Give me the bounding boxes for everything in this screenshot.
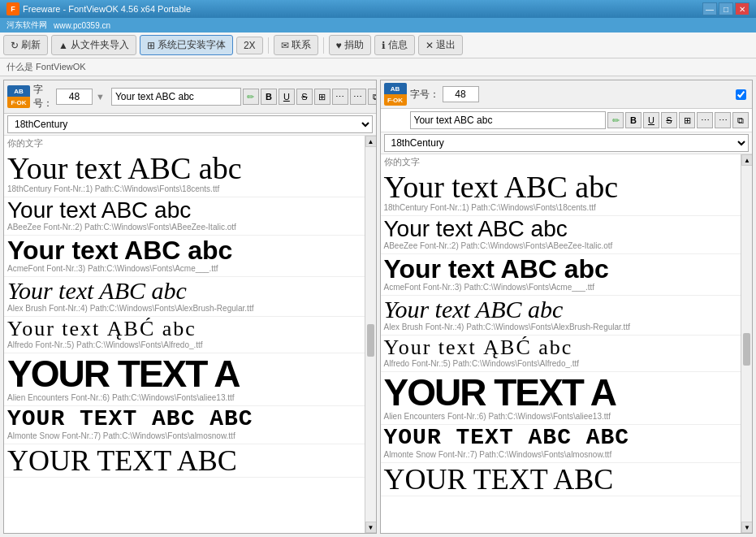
info-label: 信息 <box>388 38 408 52</box>
left-font-select-row: 18thCentury <box>4 114 376 136</box>
donate-button[interactable]: ♥ 捐助 <box>329 35 371 55</box>
left-more2-button[interactable]: ⋯ <box>350 89 366 105</box>
right-scroll-down[interactable]: ▼ <box>741 522 752 533</box>
app-title-icon: F <box>6 2 19 15</box>
right-pencil-button[interactable]: ✏ <box>607 112 624 128</box>
right-font-item-3: Your text ABC abc AcmeFont Font-Nr.:3) P… <box>381 254 741 296</box>
left-your-text-label: 你的文字 <box>4 136 365 151</box>
left-scrollbar-area: 你的文字 Your text ABC abc 18thCentury Font-… <box>4 136 376 533</box>
contact-icon: ✉ <box>281 40 289 51</box>
left-font-sample-8: YOUR TEXT ABC <box>7 446 361 475</box>
left-scroll-down[interactable]: ▼ <box>365 522 376 533</box>
right-grid-button[interactable]: ⊞ <box>679 112 695 128</box>
system-fonts-button[interactable]: ⊞ 系统已安装字体 <box>140 35 233 55</box>
left-size-label: 字号： <box>33 83 53 110</box>
right-font-item-6: YOUR TEXT A Alien Encounters Font-Nr.:6)… <box>381 372 741 425</box>
right-font-select[interactable]: 18thCentury <box>384 134 750 152</box>
left-scroll-up[interactable]: ▲ <box>365 136 376 147</box>
donate-icon: ♥ <box>336 40 342 51</box>
left-copy-button[interactable]: ⧉ <box>368 89 377 105</box>
left-size-dropdown[interactable]: ▼ <box>96 92 105 102</box>
toolbar-divider-1 <box>268 37 269 54</box>
refresh-button[interactable]: ↻ 刷新 <box>3 35 48 55</box>
left-font-sample-5: Your text ĄBĆ abc <box>7 318 361 340</box>
right-font-item-1: Your text ABC abc 18thCentury Font-Nr.:1… <box>381 170 741 216</box>
right-font-info-7: Almonte Snow Font-Nr.:7) Path:C:\Windows… <box>384 449 738 461</box>
left-font-select[interactable]: 18thCentury <box>7 115 373 133</box>
right-app-icon: AB F·OK <box>384 83 407 106</box>
right-sync-area <box>736 89 749 100</box>
left-font-item-7: YOUR TEXT ABC ABC Almonte Snow Font-Nr.:… <box>4 406 365 444</box>
exit-button[interactable]: ✕ 退出 <box>418 35 463 55</box>
2x-button[interactable]: 2X <box>236 37 263 54</box>
contact-label: 联系 <box>292 38 311 52</box>
import-icon: ▲ <box>58 40 68 51</box>
left-font-item-5: Your text ĄBĆ abc Alfredo Font-Nr.:5) Pa… <box>4 317 365 353</box>
right-scrollbar-area: 你的文字 Your text ABC abc 18thCentury Font-… <box>381 154 753 533</box>
left-underline-button[interactable]: U <box>279 89 295 105</box>
toolbar-divider-2 <box>323 37 324 54</box>
left-font-item-3: Your text ABC abc AcmeFont Font-Nr.:3) P… <box>4 236 365 277</box>
right-underline-button[interactable]: U <box>643 112 659 128</box>
left-strikethrough-button[interactable]: S <box>296 89 313 105</box>
right-font-sample-2: Your text ABC abc <box>384 218 738 240</box>
left-bold-button[interactable]: B <box>261 89 277 105</box>
left-size-input[interactable] <box>56 89 93 105</box>
left-font-info-2: ABeeZee Font-Nr.:2) Path:C:\Windows\Font… <box>7 222 361 233</box>
right-strikethrough-button[interactable]: S <box>661 112 677 128</box>
right-font-item-5: Your text ĄBĆ abc Alfredo Font-Nr.:5) Pa… <box>381 336 741 372</box>
left-font-info-3: AcmeFont Font-Nr.:3) Path:C:\Windows\Fon… <box>7 263 361 275</box>
import-label: 从文件夹导入 <box>71 38 129 52</box>
left-font-item-8: YOUR TEXT ABC <box>4 444 365 478</box>
right-font-item-8: YOUR TEXT ABC <box>381 463 741 496</box>
contact-button[interactable]: ✉ 联系 <box>274 35 318 55</box>
left-font-info-7: Almonte Snow Font-Nr.:7) Path:C:\Windows… <box>7 431 361 442</box>
right-scrollbar[interactable]: ▲ ▼ <box>741 154 752 533</box>
maximize-button[interactable]: □ <box>719 2 733 15</box>
left-font-sample-3: Your text ABC abc <box>7 237 361 263</box>
right-font-sample-1: Your text ABC abc <box>384 171 738 202</box>
minimize-button[interactable]: — <box>702 2 717 15</box>
title-bar: F Freeware - FontViewOK 4.56 x64 Portabl… <box>0 0 756 18</box>
left-text-input[interactable] <box>111 88 241 106</box>
right-scroll-thumb[interactable] <box>743 333 750 366</box>
2x-label: 2X <box>244 40 256 51</box>
info-button[interactable]: ℹ 信息 <box>374 35 415 55</box>
left-scroll-thumb[interactable] <box>367 324 374 357</box>
right-text-row: ✏ B U S ⊞ ⋯ ⋯ ⧉ <box>381 109 753 132</box>
left-font-sample-2: Your text ABC abc <box>7 199 361 222</box>
main-content: AB F·OK 字号： ▼ ✏ B U S ⊞ ⋯ ⋯ ⧉ 18thCentur… <box>0 76 756 537</box>
info-bar-text: 什么是 FontViewOK <box>6 61 86 73</box>
left-more1-button[interactable]: ⋯ <box>332 89 348 105</box>
left-font-item-1: Your text ABC abc 18thCentury Font-Nr.:1… <box>4 151 365 197</box>
info-bar: 什么是 FontViewOK <box>0 58 756 76</box>
right-text-input[interactable] <box>410 111 607 129</box>
left-font-info-4: Alex Brush Font-Nr.:4) Path:C:\Windows\F… <box>7 303 361 314</box>
right-font-info-3: AcmeFont Font-Nr.:3) Path:C:\Windows\Fon… <box>384 282 738 293</box>
right-your-text-label: 你的文字 <box>381 154 741 170</box>
right-preview-content: 你的文字 Your text ABC abc 18thCentury Font-… <box>381 154 741 533</box>
close-button[interactable]: ✕ <box>735 2 750 15</box>
left-font-info-5: Alfredo Font-Nr.:5) Path:C:\Windows\Font… <box>7 340 361 351</box>
right-scroll-up[interactable]: ▲ <box>741 154 752 166</box>
left-preview-content: 你的文字 Your text ABC abc 18thCentury Font-… <box>4 136 365 533</box>
left-pencil-button[interactable]: ✏ <box>243 89 259 105</box>
import-button[interactable]: ▲ 从文件夹导入 <box>51 35 136 55</box>
right-more1-button[interactable]: ⋯ <box>697 112 713 128</box>
system-fonts-label: 系统已安装字体 <box>158 38 226 52</box>
right-font-sample-3: Your text ABC abc <box>384 256 738 282</box>
left-grid-button[interactable]: ⊞ <box>314 89 330 105</box>
right-size-input[interactable] <box>443 86 479 102</box>
right-copy-button[interactable]: ⧉ <box>732 112 749 128</box>
left-scrollbar[interactable]: ▲ ▼ <box>365 136 376 533</box>
donate-label: 捐助 <box>344 38 364 52</box>
left-font-item-2: Your text ABC abc ABeeZee Font-Nr.:2) Pa… <box>4 197 365 236</box>
title-bar-left: F Freeware - FontViewOK 4.56 x64 Portabl… <box>6 2 702 15</box>
left-font-info-6: Alien Encounters Font-Nr.:6) Path:C:\Win… <box>7 392 361 404</box>
left-font-sample-1: Your text ABC abc <box>7 153 361 184</box>
right-font-info-5: Alfredo Font-Nr.:5) Path:C:\Windows\Font… <box>384 358 738 370</box>
right-more2-button[interactable]: ⋯ <box>715 112 731 128</box>
right-bold-button[interactable]: B <box>625 112 642 128</box>
left-font-item-6: YOUR TEXT A Alien Encounters Font-Nr.:6)… <box>4 353 365 406</box>
right-sync-checkbox[interactable] <box>736 89 746 100</box>
